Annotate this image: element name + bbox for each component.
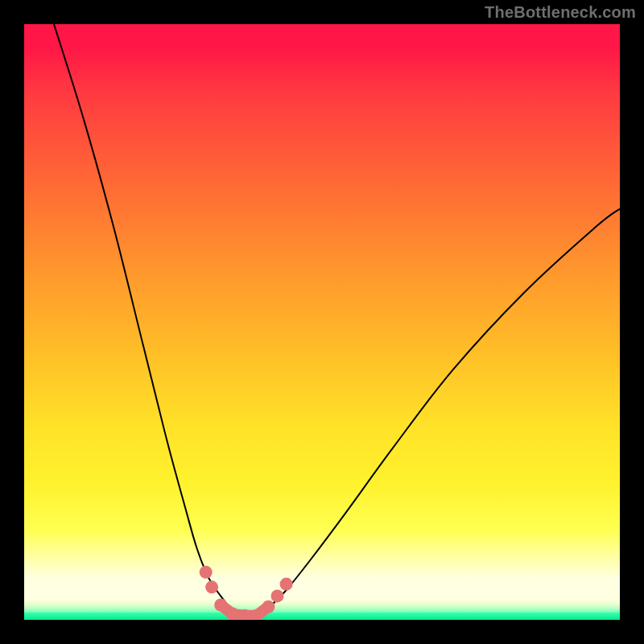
marker-dot [262,601,275,613]
outer-frame: TheBottleneck.com [0,0,644,644]
marker-dot [200,566,213,579]
right-curve [257,208,620,617]
left-curve [54,24,238,617]
plot-area [24,24,620,620]
marker-dot [271,589,284,602]
marker-dot [226,608,239,620]
markers [200,566,293,620]
marker-dot [214,599,227,612]
marker-dot [280,578,293,591]
marker-dot [205,580,218,593]
chart-svg [24,24,620,620]
watermark-text: TheBottleneck.com [485,3,636,22]
